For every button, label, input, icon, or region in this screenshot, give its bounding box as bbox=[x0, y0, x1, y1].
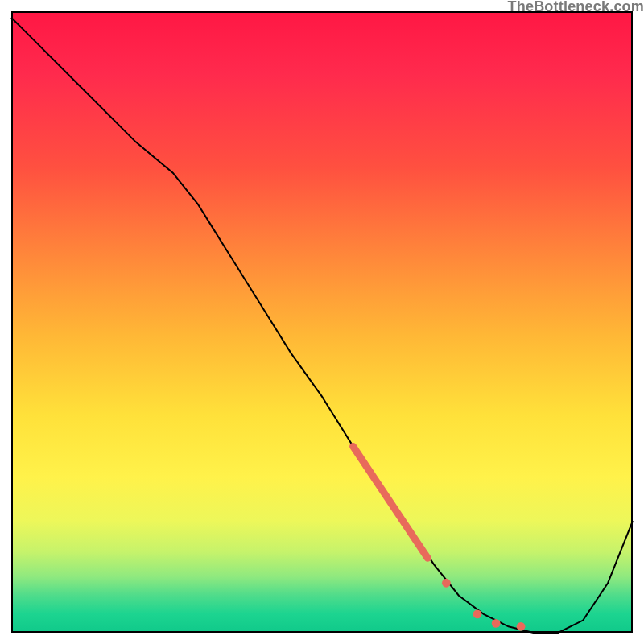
marker-dot-a bbox=[442, 579, 451, 588]
marker-dot-c bbox=[492, 619, 501, 628]
marker-dot-d bbox=[517, 622, 526, 631]
marker-dot-b bbox=[473, 609, 482, 618]
chart-stage: TheBottleneck.com bbox=[0, 0, 644, 644]
curve-layer bbox=[11, 11, 633, 633]
bottleneck-curve bbox=[11, 18, 633, 633]
plot-area bbox=[11, 11, 633, 633]
highlight-segment bbox=[353, 446, 428, 558]
